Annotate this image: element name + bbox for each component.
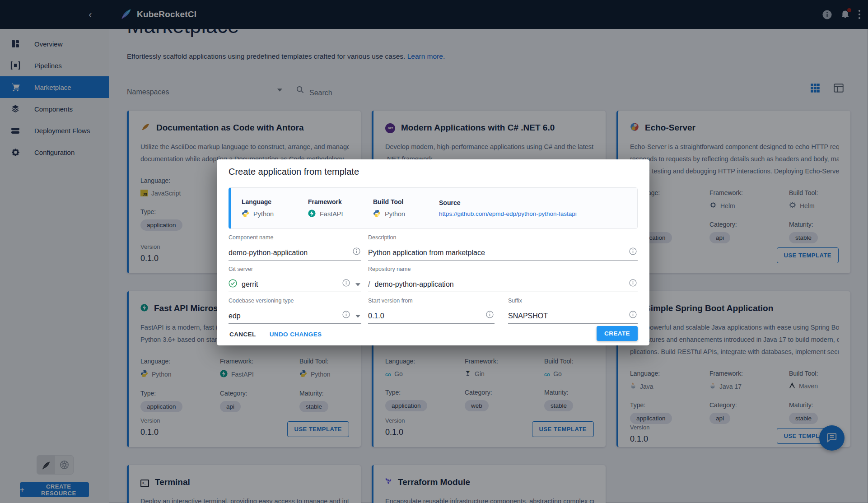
app-window: Marketplace Effortlessly scaffold applic… [0, 0, 868, 503]
description-field[interactable]: Description Python application from mark… [368, 234, 638, 261]
summary-language: Language Python [242, 198, 308, 219]
undo-changes-button[interactable]: UNDO CHANGES [269, 327, 323, 341]
chevron-down-icon[interactable] [355, 280, 360, 288]
summary-build-tool: Build Tool Python [373, 198, 439, 219]
info-icon[interactable] [353, 247, 360, 257]
fastapi-icon [308, 210, 316, 219]
summary-framework: Framework FastAPI [308, 198, 373, 219]
create-button[interactable]: CREATE [597, 326, 638, 341]
source-link[interactable]: https://github.com/epmd-edp/python-pytho… [439, 210, 577, 217]
summary-source: Source https://github.com/epmd-edp/pytho… [439, 199, 577, 217]
codebase-versioning-type-select[interactable]: Codebase versioning type edp [229, 298, 361, 324]
info-icon[interactable] [629, 279, 637, 289]
modal-title: Create application from template [229, 167, 359, 177]
info-icon[interactable] [342, 311, 350, 320]
repository-name-field[interactable]: Repository name / demo-python-applicatio… [368, 266, 638, 292]
modal-actions: CANCEL UNDO CHANGES [229, 327, 322, 341]
chevron-down-icon[interactable] [355, 312, 360, 320]
python-icon [373, 210, 381, 219]
suffix-field[interactable]: Suffix SNAPSHOT [508, 298, 638, 324]
info-icon[interactable] [629, 311, 637, 320]
template-summary-panel: Language Python Framework FastAPI Build … [229, 187, 638, 229]
cancel-button[interactable]: CANCEL [229, 327, 257, 341]
component-name-field[interactable]: Component name demo-python-application [229, 234, 361, 261]
check-circle-icon [229, 279, 237, 289]
info-icon[interactable] [629, 247, 637, 257]
info-icon[interactable] [342, 279, 350, 289]
info-icon[interactable] [486, 311, 494, 320]
python-icon [242, 210, 249, 219]
create-application-modal: Create application from template Languag… [217, 159, 649, 345]
start-version-from-field[interactable]: Start version from 0.1.0 [368, 298, 495, 324]
git-server-select[interactable]: Git server gerrit [229, 266, 361, 292]
